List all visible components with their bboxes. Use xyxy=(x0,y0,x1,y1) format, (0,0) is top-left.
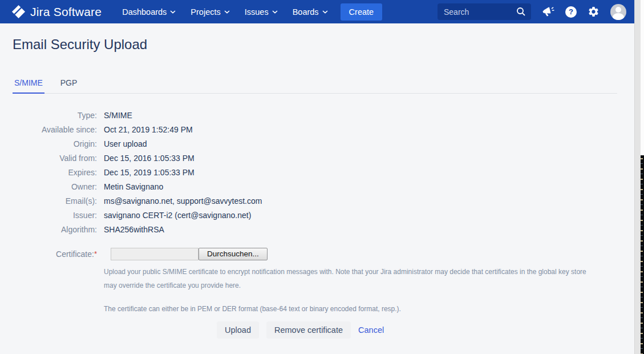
logo-text: Jira Software xyxy=(30,5,102,19)
field-row-origin: Origin: User upload xyxy=(13,137,634,151)
nav-item-dashboards[interactable]: Dashboards xyxy=(116,4,181,20)
search-input[interactable] xyxy=(444,7,516,17)
file-input: Durchsuchen... xyxy=(111,248,599,260)
avatar[interactable] xyxy=(610,4,626,20)
certificate-label: Certificate:* xyxy=(13,248,97,260)
jira-logo[interactable]: Jira Software xyxy=(11,5,102,19)
certificate-format-text: The certificate can either be in PEM or … xyxy=(104,305,599,313)
nav-item-label: Boards xyxy=(293,7,319,17)
tab-bar: S/MIME PGP xyxy=(13,78,617,94)
field-row-available-since: Available since: Oct 21, 2019 1:52:49 PM xyxy=(13,123,634,137)
field-value: Dec 15, 2016 1:05:33 PM xyxy=(104,151,195,166)
field-value: savignano CERT-i2 (cert@savignano.net) xyxy=(104,208,251,223)
field-label: Email(s): xyxy=(13,194,97,208)
navbar-right: ? xyxy=(438,3,626,20)
nav-item-projects[interactable]: Projects xyxy=(185,4,235,20)
create-button[interactable]: Create xyxy=(341,3,383,21)
search-box[interactable] xyxy=(438,3,531,20)
question-mark: ? xyxy=(565,6,577,18)
jira-logo-icon xyxy=(11,5,26,19)
field-label: Available since: xyxy=(13,123,97,137)
field-value: SHA256withRSA xyxy=(104,223,164,237)
field-row-valid-from: Valid from: Dec 15, 2016 1:05:33 PM xyxy=(13,151,634,166)
file-path-field[interactable] xyxy=(111,248,199,260)
search-icon[interactable] xyxy=(516,7,526,17)
certificate-details: Type: S/MIME Available since: Oct 21, 20… xyxy=(13,108,634,237)
form-actions: Upload Remove certificate Cancel xyxy=(217,321,599,339)
help-icon[interactable]: ? xyxy=(565,6,577,18)
nav-item-label: Dashboards xyxy=(122,7,167,17)
nav-item-label: Issues xyxy=(245,7,269,17)
field-value: Dec 15, 2019 1:05:33 PM xyxy=(104,166,195,180)
field-value: User upload xyxy=(104,137,147,151)
field-row-type: Type: S/MIME xyxy=(13,108,634,123)
certificate-upload-body: Durchsuchen... Upload your public S/MIME… xyxy=(104,248,599,339)
top-navbar: Jira Software Dashboards Projects Issues… xyxy=(0,0,634,23)
tab-pgp[interactable]: PGP xyxy=(59,78,79,94)
gear-icon[interactable] xyxy=(588,6,600,18)
browse-button[interactable]: Durchsuchen... xyxy=(199,248,268,260)
upload-button[interactable]: Upload xyxy=(217,321,259,339)
remove-certificate-button[interactable]: Remove certificate xyxy=(266,321,351,339)
field-value: S/MIME xyxy=(104,108,132,123)
field-label: Valid from: xyxy=(13,151,97,166)
field-row-expires: Expires: Dec 15, 2019 1:05:33 PM xyxy=(13,166,634,180)
nav-item-issues[interactable]: Issues xyxy=(239,4,283,20)
field-label: Type: xyxy=(13,108,97,123)
chevron-down-icon xyxy=(322,10,328,14)
field-value: ms@savignano.net, support@savvytest.com xyxy=(104,194,262,208)
field-label: Owner: xyxy=(13,180,97,194)
nav-menu: Dashboards Projects Issues Boards xyxy=(116,4,333,20)
chevron-down-icon xyxy=(170,10,176,14)
certificate-help-text: Upload your public S/MIME certificate to… xyxy=(104,265,599,292)
scrollbar-track[interactable] xyxy=(634,0,641,354)
certificate-label-text: Certificate: xyxy=(56,250,94,259)
field-row-emails: Email(s): ms@savignano.net, support@savv… xyxy=(13,194,634,208)
nav-item-label: Projects xyxy=(191,7,220,17)
field-value: Metin Savignano xyxy=(104,180,163,194)
background-window-sliver xyxy=(641,155,644,354)
certificate-upload-row: Certificate:* Durchsuchen... Upload your… xyxy=(13,248,634,339)
field-row-owner: Owner: Metin Savignano xyxy=(13,180,634,194)
tab-smime[interactable]: S/MIME xyxy=(13,78,44,94)
field-row-algorithm: Algorithm: SHA256withRSA xyxy=(13,223,634,237)
cancel-link[interactable]: Cancel xyxy=(358,325,384,335)
nav-item-boards[interactable]: Boards xyxy=(287,4,334,20)
field-row-issuer: Issuer: savignano CERT-i2 (cert@savignan… xyxy=(13,208,634,223)
page-title: Email Security Upload xyxy=(13,37,634,53)
field-value: Oct 21, 2019 1:52:49 PM xyxy=(104,123,193,137)
avatar-head xyxy=(615,7,621,13)
field-label: Issuer: xyxy=(13,208,97,223)
window-edge-top xyxy=(641,0,644,155)
field-label: Expires: xyxy=(13,166,97,180)
megaphone-icon[interactable] xyxy=(542,6,554,18)
chevron-down-icon xyxy=(224,10,230,14)
avatar-body xyxy=(613,13,624,20)
field-label: Algorithm: xyxy=(13,223,97,237)
required-marker: * xyxy=(94,250,97,258)
chevron-down-icon xyxy=(272,10,278,14)
main-content: Email Security Upload S/MIME PGP Type: S… xyxy=(0,23,634,339)
field-label: Origin: xyxy=(13,137,97,151)
